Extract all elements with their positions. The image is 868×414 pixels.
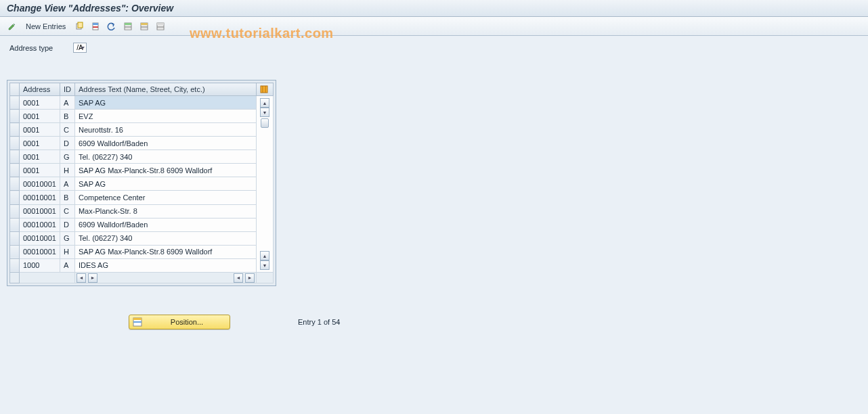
cell-address[interactable]: 0001: [20, 137, 60, 150]
cell-address[interactable]: 0001: [20, 150, 60, 164]
scroll-down-icon[interactable]: ▼: [260, 260, 269, 270]
cell-address[interactable]: 00010001: [20, 204, 60, 218]
cell-address[interactable]: 00010001: [20, 218, 60, 231]
cell-address-text[interactable]: SAP AG: [74, 96, 256, 110]
deselect-all-icon[interactable]: [154, 20, 167, 33]
toggle-change-icon[interactable]: [5, 20, 19, 33]
row-selector[interactable]: [10, 177, 20, 191]
cell-id[interactable]: G: [60, 150, 74, 164]
select-block-icon[interactable]: [137, 20, 151, 33]
table-row[interactable]: 00010001D6909 Walldorf/Baden: [10, 218, 274, 231]
table-row[interactable]: 1000AIDES AG: [10, 258, 274, 272]
delete-icon[interactable]: [89, 20, 102, 33]
svg-rect-22: [133, 321, 142, 323]
cell-address-text[interactable]: 6909 Walldorf/Baden: [74, 218, 256, 231]
cell-id[interactable]: H: [60, 245, 74, 258]
table-row[interactable]: 00010001ASAP AG: [10, 177, 274, 191]
address-table: Address ID Address Text (Name, Street, C…: [9, 83, 274, 283]
row-selector[interactable]: [10, 258, 20, 272]
row-selector[interactable]: [10, 123, 20, 137]
cell-address-text[interactable]: Competence Center: [74, 191, 256, 204]
copy-icon[interactable]: [72, 20, 86, 33]
cell-address-text[interactable]: Max-Planck-Str. 8: [74, 204, 256, 218]
cell-address[interactable]: 00010001: [20, 231, 60, 245]
cell-address[interactable]: 00010001: [20, 245, 60, 258]
table-row[interactable]: 00010001GTel. (06227) 340: [10, 231, 274, 245]
row-selector[interactable]: [10, 150, 20, 164]
cell-address[interactable]: 0001: [20, 110, 60, 123]
row-selector[interactable]: [10, 218, 20, 231]
hscroll-left-icon[interactable]: ◄: [77, 273, 86, 283]
scroll-up-icon[interactable]: ▲: [260, 98, 269, 108]
scroll-down-step-icon[interactable]: ▼: [260, 108, 269, 117]
cell-address[interactable]: 0001: [20, 123, 60, 137]
cell-id[interactable]: H: [60, 164, 74, 177]
new-entries-button[interactable]: New Entries: [22, 21, 70, 32]
cell-id[interactable]: G: [60, 231, 74, 245]
address-table-wrapper: Address ID Address Text (Name, Street, C…: [7, 80, 276, 286]
horizontal-scrollbar[interactable]: ◄ ► ◄ ►: [10, 273, 274, 283]
table-row[interactable]: 00010001BCompetence Center: [10, 191, 274, 204]
cell-id[interactable]: C: [60, 204, 74, 218]
cell-address-text[interactable]: SAP AG Max-Planck-Str.8 6909 Walldorf: [74, 245, 256, 258]
svg-rect-14: [157, 23, 164, 25]
position-icon: [132, 317, 143, 327]
address-type-field[interactable]: /A: [73, 43, 86, 53]
hscroll-right-icon[interactable]: ►: [245, 273, 255, 283]
row-selector[interactable]: [10, 231, 20, 245]
table-row[interactable]: 0001D6909 Walldorf/Baden: [10, 137, 274, 150]
content-area: Address type /A Address ID Address Text …: [0, 36, 868, 414]
table-row[interactable]: 00010001HSAP AG Max-Planck-Str.8 6909 Wa…: [10, 245, 274, 258]
table-row[interactable]: 0001CNeurottstr. 16: [10, 123, 274, 137]
col-address-header[interactable]: Address: [20, 83, 60, 96]
cell-address-text[interactable]: 6909 Walldorf/Baden: [74, 137, 256, 150]
col-id-header[interactable]: ID: [60, 83, 74, 96]
cell-address[interactable]: 0001: [20, 96, 60, 110]
cell-address[interactable]: 0001: [20, 164, 60, 177]
scroll-thumb[interactable]: [261, 118, 269, 128]
cell-id[interactable]: C: [60, 123, 74, 137]
cell-id[interactable]: B: [60, 110, 74, 123]
cell-id[interactable]: D: [60, 137, 74, 150]
row-selector[interactable]: [10, 204, 20, 218]
position-button[interactable]: Position...: [129, 315, 230, 329]
select-all-icon[interactable]: [121, 20, 135, 33]
row-selector[interactable]: [10, 245, 20, 258]
cell-id[interactable]: A: [60, 177, 74, 191]
svg-rect-10: [141, 23, 148, 25]
svg-rect-1: [78, 22, 83, 28]
cell-id[interactable]: A: [60, 96, 74, 110]
col-text-header[interactable]: Address Text (Name, Street, City, etc.): [74, 83, 256, 96]
select-all-header[interactable]: [10, 83, 20, 96]
configure-columns-icon[interactable]: [256, 83, 273, 96]
cell-address[interactable]: 1000: [20, 258, 60, 272]
cell-address-text[interactable]: IDES AG: [74, 258, 256, 272]
row-selector[interactable]: [10, 191, 20, 204]
cell-id[interactable]: A: [60, 258, 74, 272]
scroll-up-step-icon[interactable]: ▲: [260, 251, 269, 260]
table-row[interactable]: 0001HSAP AG Max-Planck-Str.8 6909 Walldo…: [10, 164, 274, 177]
row-selector[interactable]: [10, 96, 20, 110]
cell-address-text[interactable]: Neurottstr. 16: [74, 123, 256, 137]
table-row[interactable]: 0001GTel. (06227) 340: [10, 150, 274, 164]
hscroll-left-step-icon[interactable]: ◄: [234, 273, 243, 283]
cell-id[interactable]: D: [60, 218, 74, 231]
row-selector[interactable]: [10, 110, 20, 123]
cell-id[interactable]: B: [60, 191, 74, 204]
cell-address[interactable]: 00010001: [20, 191, 60, 204]
table-row[interactable]: 00010001CMax-Planck-Str. 8: [10, 204, 274, 218]
address-type-label: Address type: [9, 44, 53, 52]
cell-address[interactable]: 00010001: [20, 177, 60, 191]
undo-icon[interactable]: [105, 20, 118, 33]
cell-address-text[interactable]: SAP AG: [74, 177, 256, 191]
table-row[interactable]: 0001BEVZ: [10, 110, 274, 123]
cell-address-text[interactable]: Tel. (06227) 340: [74, 150, 256, 164]
row-selector[interactable]: [10, 137, 20, 150]
vertical-scrollbar[interactable]: ▲▼▲▼: [256, 96, 273, 273]
cell-address-text[interactable]: EVZ: [74, 110, 256, 123]
cell-address-text[interactable]: Tel. (06227) 340: [74, 231, 256, 245]
hscroll-right-step-icon[interactable]: ►: [88, 273, 97, 283]
cell-address-text[interactable]: SAP AG Max-Planck-Str.8 6909 Walldorf: [74, 164, 256, 177]
row-selector[interactable]: [10, 164, 20, 177]
table-row[interactable]: 0001ASAP AG▲▼▲▼: [10, 96, 274, 110]
